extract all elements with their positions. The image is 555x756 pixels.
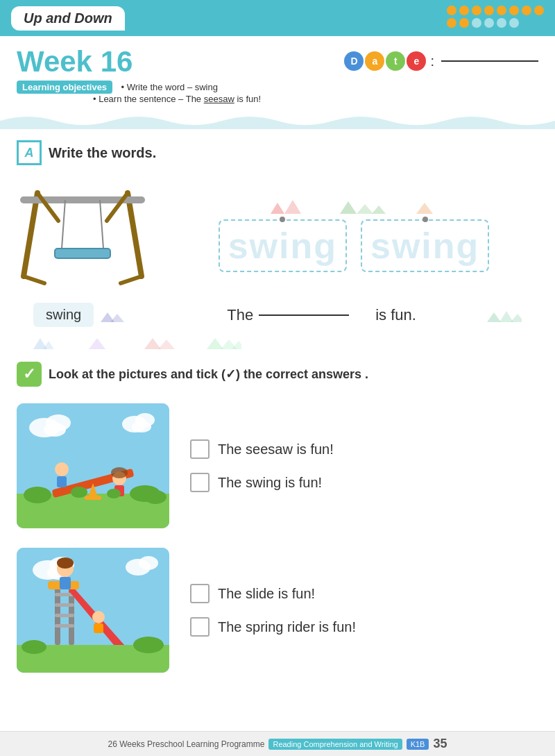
dot-4 (484, 6, 494, 15)
svg-point-47 (111, 467, 128, 478)
page-header: Up and Down (0, 0, 555, 36)
date-circles: D a t e (344, 51, 426, 71)
sentence-prefix: The (227, 306, 253, 324)
dot-9 (447, 18, 456, 28)
date-letter-t: t (386, 51, 405, 71)
dot-11 (472, 18, 481, 28)
svg-rect-68 (60, 577, 71, 589)
answer-row-2-1: The slide is fun! (190, 584, 356, 603)
footer-highlight: Reading Comprehension and Writing (268, 739, 402, 750)
svg-point-55 (139, 556, 158, 570)
svg-point-39 (144, 490, 166, 504)
date-input-line[interactable] (441, 60, 538, 62)
svg-marker-26 (207, 338, 223, 349)
section-a-label: Write the words. (49, 145, 156, 161)
svg-rect-63 (55, 614, 74, 617)
svg-point-58 (22, 640, 46, 654)
dot-2 (459, 6, 469, 15)
svg-line-8 (24, 276, 44, 283)
swing-illustration (17, 179, 148, 290)
svg-line-9 (121, 276, 142, 283)
svg-point-37 (24, 487, 51, 503)
objectives-badge: Learning objectives (17, 81, 112, 94)
page-footer: 26 Weeks Preschool Learning Programme Re… (0, 731, 555, 756)
svg-marker-22 (43, 341, 54, 349)
section-b: ✓ Look at the pictures and tick (✓) the … (0, 352, 555, 682)
svg-point-35 (132, 421, 151, 432)
answer-text-1-2: The swing is fun! (218, 475, 322, 491)
wave-divider (0, 112, 555, 129)
svg-marker-11 (284, 200, 301, 214)
dot-3 (472, 6, 481, 15)
svg-marker-10 (271, 203, 284, 214)
svg-marker-15 (416, 203, 433, 214)
date-colon: : (430, 53, 434, 69)
svg-line-0 (24, 193, 37, 276)
section-a-icon: A (17, 140, 42, 165)
svg-marker-19 (500, 311, 513, 322)
sentence-blank[interactable] (259, 314, 349, 316)
svg-point-43 (55, 462, 69, 476)
svg-line-5 (62, 200, 65, 249)
answer-text-1-1: The seesaw is fun! (218, 442, 334, 457)
checkbox-2-2[interactable] (190, 617, 210, 637)
word-sentence-row: swing The is fun. (17, 297, 538, 333)
svg-marker-13 (357, 204, 373, 214)
answers-col-2: The slide is fun! The spring rider is fu… (190, 584, 356, 637)
svg-marker-23 (89, 338, 105, 349)
svg-marker-12 (340, 201, 357, 214)
svg-rect-7 (55, 249, 110, 258)
seesaw-picture (17, 403, 169, 528)
svg-point-32 (44, 423, 66, 437)
svg-rect-71 (94, 623, 103, 633)
seesaw-underline: seesaw (204, 94, 234, 104)
checkbox-1-1[interactable] (190, 439, 210, 459)
svg-line-6 (100, 200, 103, 249)
svg-rect-64 (55, 624, 74, 628)
sentence-suffix: is fun. (375, 306, 416, 324)
svg-point-69 (57, 557, 74, 569)
svg-rect-42 (85, 496, 101, 500)
section-a-header: A Write the words. (17, 140, 538, 165)
svg-marker-18 (487, 312, 501, 322)
footer-badge: K1B (407, 739, 429, 750)
svg-marker-25 (158, 339, 175, 349)
trace-word-1[interactable]: swing (219, 219, 347, 272)
answer-text-2-1: The slide is fun! (218, 586, 315, 602)
qa-block-2: The slide is fun! The spring rider is fu… (17, 538, 538, 682)
answer-text-2-2: The spring rider is fun! (218, 619, 356, 635)
date-letter-d: D (344, 51, 364, 71)
page-number: 35 (433, 737, 447, 751)
week-date-section: Week 16 D a t e : (0, 36, 555, 81)
objective-1: • Write the word – swing (121, 82, 218, 92)
svg-point-70 (92, 611, 105, 623)
dot-6 (509, 6, 519, 15)
objective-2: • Learn the sentence – The seesaw is fun… (93, 94, 538, 104)
date-area: D a t e : (344, 51, 538, 71)
svg-point-57 (133, 637, 164, 653)
dot-12 (484, 18, 494, 28)
objectives-section: Learning objectives • Write the word – s… (0, 81, 555, 110)
answer-row-1-2: The swing is fun! (190, 473, 334, 492)
answers-col-1: The seesaw is fun! The swing is fun! (190, 439, 334, 492)
svg-marker-24 (144, 338, 161, 349)
write-words-area: swing swing (17, 172, 538, 297)
dot-10 (459, 18, 469, 28)
footer-main-text: 26 Weeks Preschool Learning Programme (108, 739, 265, 749)
dot-8 (534, 6, 544, 15)
dot-1 (447, 6, 456, 15)
section-b-icon: ✓ (17, 362, 42, 387)
qa-block-1: The seesaw is fun! The swing is fun! (17, 394, 538, 538)
date-letter-a: a (365, 51, 384, 71)
svg-rect-44 (57, 476, 67, 487)
trace-word-2[interactable]: swing (361, 219, 489, 272)
dot-5 (497, 6, 506, 15)
checkbox-2-1[interactable] (190, 584, 210, 603)
date-letter-e: e (407, 51, 426, 71)
section-b-label: Look at the pictures and tick (✓) the co… (49, 367, 368, 382)
svg-marker-14 (372, 205, 386, 214)
dot-7 (522, 6, 531, 15)
checkbox-1-2[interactable] (190, 473, 210, 492)
dot-14 (509, 18, 519, 28)
section-b-header: ✓ Look at the pictures and tick (✓) the … (17, 362, 538, 387)
